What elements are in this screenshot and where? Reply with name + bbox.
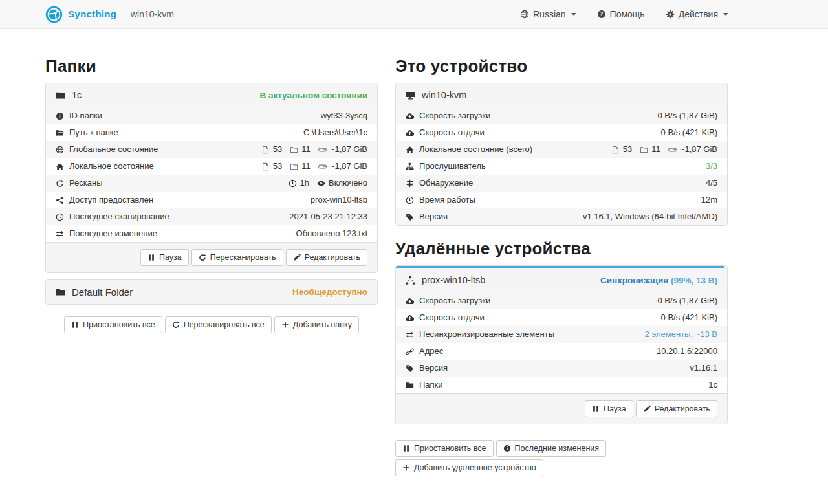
remote-device-header[interactable]: prox-win10-ltsb Синхронизация (99%, 13 B… — [396, 268, 727, 292]
row-local-state-total: Локальное состояние (всего) 53 11 ~1,87 … — [396, 141, 727, 158]
row-label: Адрес — [419, 345, 443, 357]
plus-icon — [281, 321, 289, 329]
recent-changes-button[interactable]: Последние изменения — [496, 440, 607, 457]
row-label: Несинхронизированные элементы — [419, 329, 554, 340]
pause-folder-button[interactable]: Пауза — [140, 249, 189, 266]
pause-icon — [71, 321, 79, 329]
this-device-heading: Это устройство — [395, 56, 728, 76]
out-of-sync-link[interactable]: 2 элементы, ~13 B — [645, 329, 717, 340]
rescan-folder-button[interactable]: Пересканировать — [191, 249, 283, 266]
language-label: Russian — [533, 9, 566, 19]
folder-header-default[interactable]: Default Folder Необщедоступно — [46, 280, 377, 304]
row-value: 10.20.1.6:22000 — [657, 345, 717, 357]
row-label: Папки — [419, 379, 443, 391]
row-download-rate: Скорость загрузки 0 B/s (1,87 GiB) — [396, 107, 727, 124]
pencil-icon — [293, 254, 301, 261]
brand-name: Syncthing — [68, 8, 116, 20]
cloud-upload-icon — [406, 129, 414, 137]
size-value: ~1,87 GiB — [680, 144, 717, 155]
remote-device-actions: Пауза Редактировать — [396, 393, 727, 424]
edit-folder-button[interactable]: Редактировать — [286, 249, 367, 266]
actions-label: Действия — [679, 9, 718, 19]
row-value: 0 B/s (421 KiB) — [661, 127, 717, 138]
refresh-icon — [172, 321, 180, 329]
clock-icon — [406, 196, 414, 204]
watcher-state: Включено — [329, 177, 367, 189]
row-local-state: Локальное состояние 53 11 ~1,87 GiB — [46, 158, 377, 175]
link-icon — [406, 347, 414, 356]
add-remote-device-button[interactable]: Добавить удалённое устройство — [395, 459, 543, 476]
folder-panel-default: Default Folder Необщедоступно — [45, 279, 378, 305]
row-label: Прослушиватель — [419, 160, 486, 172]
folder-name: 1c — [72, 90, 82, 100]
exchange-icon — [406, 331, 414, 339]
row-label: Доступ предоставлен — [69, 194, 153, 206]
row-version: Версия v1.16.1 — [396, 360, 727, 377]
share-icon — [56, 196, 64, 204]
hdd-icon — [318, 146, 327, 154]
tag-icon — [406, 213, 414, 221]
pause-icon — [147, 254, 155, 261]
actions-dropdown[interactable]: Действия — [666, 9, 728, 19]
cloud-upload-icon — [406, 314, 414, 322]
row-label: ID папки — [69, 110, 102, 122]
pause-all-devices-button[interactable]: Приостановить все — [395, 440, 494, 457]
row-value: 4/5 — [706, 177, 717, 189]
row-rescans: Ресканы 1h Включено — [46, 175, 377, 192]
language-dropdown[interactable]: Russian — [520, 9, 576, 19]
pause-device-button[interactable]: Пауза — [585, 400, 633, 417]
refresh-icon — [199, 254, 206, 261]
help-button[interactable]: Помощь — [597, 9, 645, 19]
row-value: 0 B/s (421 KiB) — [661, 312, 717, 323]
files-count: 53 — [623, 144, 632, 155]
row-listeners: Прослушиватель 3/3 — [396, 158, 727, 175]
clock-icon — [56, 213, 64, 221]
hdd-icon — [668, 146, 677, 154]
refresh-icon — [56, 179, 64, 188]
navbar-device-name: win10-kvm — [131, 9, 174, 19]
add-folder-button[interactable]: Добавить папку — [274, 316, 359, 333]
home-icon — [56, 162, 64, 171]
globe-icon — [56, 146, 64, 154]
syncthing-brand[interactable]: Syncthing — [45, 6, 116, 23]
rescan-all-button[interactable]: Пересканировать все — [165, 316, 272, 333]
row-label: Время работы — [419, 194, 475, 206]
folder-actions: Пауза Пересканировать Редактировать — [46, 242, 377, 272]
caret-down-icon — [571, 13, 576, 16]
row-value: v1.16.1 — [690, 362, 717, 374]
folder-open-icon — [56, 129, 64, 137]
folder-outline-icon — [290, 162, 298, 171]
this-device-header[interactable]: win10-kvm — [396, 83, 727, 107]
dirs-count: 11 — [301, 144, 310, 155]
desktop-icon — [406, 91, 415, 100]
dirs-count: 11 — [651, 144, 660, 155]
home-icon — [406, 146, 414, 154]
folder-header-1c[interactable]: 1c В актуальном состоянии — [46, 83, 377, 107]
network-icon — [406, 276, 415, 285]
folder-details: ID папки wyt33-3yscq Путь к папке C:\Use… — [46, 107, 377, 242]
folder-icon — [406, 381, 414, 389]
globe-icon — [520, 10, 529, 19]
row-value: wyt33-3yscq — [321, 110, 367, 122]
tag-icon — [406, 364, 414, 373]
row-label: Версия — [419, 211, 448, 223]
syncthing-logo-icon — [45, 6, 63, 23]
row-out-of-sync: Несинхронизированные элементы 2 элементы… — [396, 326, 727, 343]
row-folder-id: ID папки wyt33-3yscq — [46, 107, 377, 124]
caret-down-icon — [723, 13, 728, 16]
question-icon — [597, 10, 606, 19]
rescan-interval: 1h — [300, 177, 309, 189]
plus-icon — [402, 464, 410, 472]
row-value: 1c — [708, 379, 717, 391]
navbar: Syncthing win10-kvm Russian Помощь Дейст… — [0, 0, 828, 29]
remote-device-panel: prox-win10-ltsb Синхронизация (99%, 13 B… — [395, 265, 728, 424]
device-name: prox-win10-ltsb — [422, 275, 485, 285]
folder-status-badge: Необщедоступно — [292, 287, 367, 297]
row-label: Скорость загрузки — [419, 110, 490, 122]
row-discovery: Обнаружение 4/5 — [396, 175, 727, 192]
edit-device-button[interactable]: Редактировать — [636, 400, 717, 417]
row-value: 0 B/s (1,87 GiB) — [658, 110, 717, 122]
row-label: Версия — [419, 362, 448, 374]
pause-all-folders-button[interactable]: Приостановить все — [64, 316, 162, 333]
pause-icon — [592, 405, 600, 413]
